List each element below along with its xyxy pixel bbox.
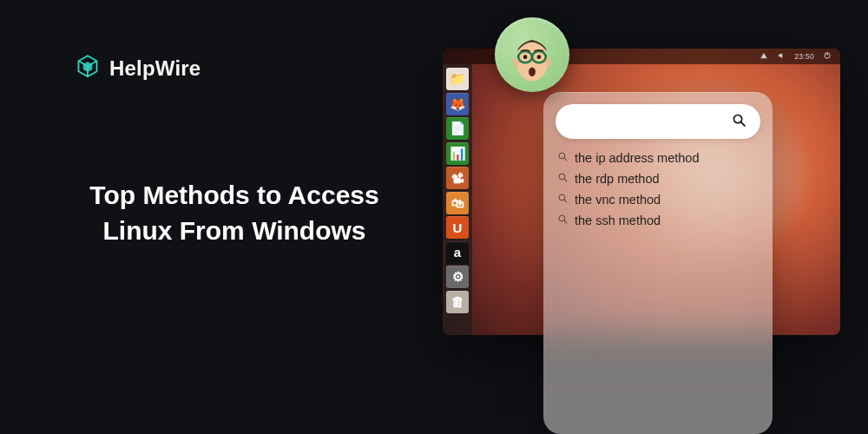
svg-line-15 [741,122,745,125]
power-icon[interactable] [823,51,832,62]
svg-line-23 [564,220,567,223]
avatar [495,17,569,92]
suggestion-label: the vnc method [575,193,661,207]
dock-item-ubuntu-one[interactable]: U [446,216,469,239]
svg-point-12 [513,58,519,68]
page-title: Top Methods to Access Linux From Windows [69,178,399,248]
search-icon [732,113,746,131]
dock-item-settings[interactable]: ⚙ [446,266,469,288]
volume-icon[interactable] [777,51,786,62]
dock-item-calc[interactable]: 📊 [446,142,469,165]
search-panel: the ip address methodthe rdp methodthe v… [543,92,773,434]
search-suggestions: the ip address methodthe rdp methodthe v… [556,151,760,227]
suggestion-label: the rdp method [575,172,660,186]
svg-point-11 [529,68,536,77]
search-input[interactable] [556,104,760,139]
search-icon [557,193,569,207]
svg-point-18 [559,174,565,180]
search-icon [557,151,569,165]
menubar-clock[interactable]: 23:50 [794,52,814,61]
desktop-dock: 📁🦊📄📊📽🛍Ua⚙🗑 [443,64,472,335]
dock-item-software[interactable]: 🛍 [446,192,469,214]
search-suggestion[interactable]: the rdp method [557,172,759,186]
dock-item-impress[interactable]: 📽 [446,167,469,189]
svg-line-17 [564,158,567,161]
search-suggestion[interactable]: the ssh method [557,214,759,227]
svg-marker-2 [83,62,93,72]
logo-mark-icon [75,54,101,83]
network-icon[interactable] [760,51,768,62]
dock-item-amazon[interactable]: a [446,241,469,264]
svg-point-16 [559,153,565,159]
search-icon [557,214,569,227]
svg-point-9 [523,55,528,59]
svg-line-19 [564,179,567,181]
search-suggestion[interactable]: the vnc method [557,193,759,207]
svg-point-13 [545,58,551,68]
dock-item-trash[interactable]: 🗑 [446,291,469,313]
suggestion-label: the ssh method [575,214,661,227]
search-icon [557,172,569,186]
svg-point-10 [537,55,542,59]
svg-point-22 [559,215,565,221]
brand-name: HelpWire [109,56,201,81]
svg-point-20 [559,194,565,201]
svg-line-21 [564,200,567,202]
dock-item-writer[interactable]: 📄 [446,117,469,140]
search-suggestion[interactable]: the ip address method [557,151,759,165]
brand-logo: HelpWire [75,54,201,83]
dock-item-files[interactable]: 📁 [446,68,469,90]
dock-item-firefox[interactable]: 🦊 [446,93,469,115]
suggestion-label: the ip address method [575,151,699,165]
